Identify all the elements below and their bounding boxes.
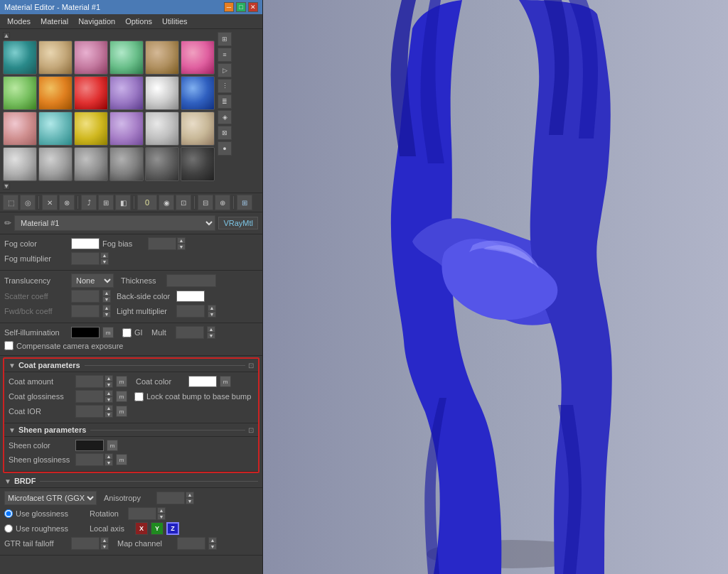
sphere-20[interactable] (38, 147, 73, 181)
light-mult-spin-up[interactable]: ▲ (208, 305, 216, 311)
coat-section-header[interactable]: ▼ Coat parameters ⊡ (4, 359, 258, 372)
coat-gloss-spin-down[interactable]: ▼ (105, 396, 113, 403)
gtr-spin-up[interactable]: ▲ (100, 537, 109, 543)
use-roughness-radio[interactable] (4, 524, 13, 533)
light-mult-spin-down[interactable]: ▼ (208, 311, 216, 318)
parameters-scroll-area[interactable]: Fog color Fog bias 0.0 ▲ ▼ Fog multiplie… (0, 234, 262, 574)
thickness-input[interactable]: 1000.0mm (166, 274, 216, 287)
coat-glossiness-input[interactable]: 1.0 (75, 390, 104, 403)
anisotropy-spin-up[interactable]: ▲ (186, 492, 194, 498)
map-channel-spin-up[interactable]: ▲ (208, 537, 217, 543)
sphere-21[interactable] (74, 147, 108, 181)
coat-ior-spin-down[interactable]: ▼ (105, 411, 113, 418)
sphere-5[interactable] (145, 40, 179, 75)
maximize-button[interactable]: □ (236, 2, 246, 12)
toolbar-btn-7[interactable]: ◧ (115, 195, 131, 210)
coat-gloss-spin-up[interactable]: ▲ (105, 390, 113, 396)
mult-input[interactable]: 1.0 (176, 326, 204, 339)
fog-color-swatch[interactable] (71, 238, 100, 249)
coat-color-swatch[interactable] (188, 376, 217, 387)
sphere-23[interactable] (145, 147, 179, 181)
sphere-7[interactable] (3, 76, 37, 110)
light-mult-input[interactable]: 1.0 (176, 305, 205, 318)
fog-mult-spin-up[interactable]: ▲ (100, 252, 109, 259)
use-glossiness-radio[interactable] (4, 509, 13, 518)
sphere-18[interactable] (181, 112, 215, 146)
menu-utilities[interactable]: Utilities (158, 16, 191, 27)
map-channel-spin-down[interactable]: ▼ (208, 543, 217, 550)
toolbar-btn-8[interactable]: ◉ (159, 195, 174, 210)
local-axis-z-btn[interactable]: Z (166, 522, 179, 535)
toolbar-btn-11[interactable]: ⊕ (215, 195, 230, 210)
sphere-8[interactable] (38, 76, 73, 110)
sphere-14[interactable] (38, 112, 73, 146)
coat-section-options[interactable]: ⊡ (248, 362, 254, 369)
toolbar-btn-5[interactable]: ⤴ (81, 195, 97, 210)
sidebar-btn-6[interactable]: ◈ (218, 110, 232, 124)
scatter-spin-down[interactable]: ▼ (102, 296, 111, 303)
toolbar-btn-num[interactable]: 0 (137, 195, 157, 210)
local-axis-y-btn[interactable]: Y (151, 522, 164, 535)
coat-amount-spin-down[interactable]: ▼ (105, 381, 113, 388)
sphere-3[interactable] (74, 40, 108, 75)
toolbar-btn-2[interactable]: ◎ (20, 195, 36, 210)
brdf-type-select[interactable]: Microfacet GTR (GGX) (4, 491, 97, 505)
toolbar-btn-select[interactable]: ⬚ (3, 195, 18, 210)
fog-mult-spin-down[interactable]: ▼ (100, 259, 109, 265)
fog-multiplier-input[interactable]: 1.0 (71, 252, 100, 265)
sphere-16[interactable] (109, 112, 144, 146)
minimize-button[interactable]: ─ (224, 2, 234, 12)
lock-coat-checkbox[interactable] (134, 392, 144, 401)
fwdbck-spin-down[interactable]: ▼ (102, 311, 111, 318)
menu-navigation[interactable]: Navigation (74, 16, 119, 27)
material-name-select[interactable]: Material #1 (14, 215, 215, 231)
rotation-input[interactable]: 0.0 (128, 507, 156, 520)
rotation-spin-up[interactable]: ▲ (157, 507, 166, 514)
coat-amount-spin-up[interactable]: ▲ (105, 375, 113, 381)
sphere-12[interactable] (181, 76, 215, 110)
sphere-9[interactable] (74, 76, 108, 110)
coat-amount-map-btn[interactable]: m (116, 376, 127, 387)
sphere-15[interactable] (74, 112, 108, 146)
sidebar-btn-2[interactable]: ≡ (218, 48, 232, 62)
mult-spin-down[interactable]: ▼ (207, 332, 215, 339)
self-illum-swatch[interactable] (71, 327, 100, 338)
fwdbck-input[interactable]: 1.0 (71, 305, 100, 318)
toolbar-btn-6[interactable]: ⊞ (98, 195, 114, 210)
coat-ior-map-btn[interactable]: m (116, 406, 127, 417)
toolbar-btn-12[interactable]: ⊞ (237, 195, 252, 210)
sheen-gloss-map-btn[interactable]: m (116, 454, 127, 465)
sphere-19[interactable] (3, 147, 37, 181)
compensate-checkbox[interactable] (4, 341, 14, 350)
sidebar-btn-7[interactable]: ⊠ (218, 126, 232, 140)
sphere-13[interactable] (3, 112, 37, 146)
coat-gloss-map-btn[interactable]: m (116, 391, 127, 402)
map-channel-input[interactable]: 1 (177, 537, 205, 550)
sidebar-btn-1[interactable]: ⊞ (218, 32, 232, 46)
sidebar-btn-3[interactable]: ▷ (218, 63, 232, 77)
coat-color-map-btn[interactable]: m (220, 376, 231, 387)
translucency-select[interactable]: None (71, 274, 114, 288)
self-illum-map-btn[interactable]: m (102, 327, 114, 338)
3d-viewport[interactable] (263, 0, 728, 574)
menu-options[interactable]: Options (121, 16, 156, 27)
sheen-color-map-btn[interactable]: m (107, 440, 118, 451)
backside-color-swatch[interactable] (176, 291, 205, 302)
sphere-22[interactable] (109, 147, 144, 181)
sphere-11[interactable] (145, 76, 179, 110)
fwdbck-spin-up[interactable]: ▲ (102, 305, 111, 311)
sphere-17[interactable] (145, 112, 179, 146)
sphere-1[interactable] (3, 40, 37, 75)
anisotropy-input[interactable]: 0.0 (156, 492, 185, 504)
sidebar-btn-8[interactable]: ● (218, 141, 232, 156)
fog-bias-spin-down[interactable]: ▼ (177, 244, 186, 250)
sphere-4[interactable] (109, 40, 144, 75)
gtr-spin-down[interactable]: ▼ (100, 543, 109, 550)
fog-bias-spin-up[interactable]: ▲ (177, 237, 186, 244)
coat-ior-input[interactable]: 1.6 (75, 405, 104, 418)
sidebar-btn-5[interactable]: ≣ (218, 94, 232, 109)
sheen-glossiness-input[interactable]: 0.8 (75, 453, 104, 466)
gtr-input[interactable]: 2.0 (71, 537, 100, 550)
gi-checkbox[interactable] (122, 328, 132, 337)
toolbar-btn-4[interactable]: ⊗ (59, 195, 75, 210)
